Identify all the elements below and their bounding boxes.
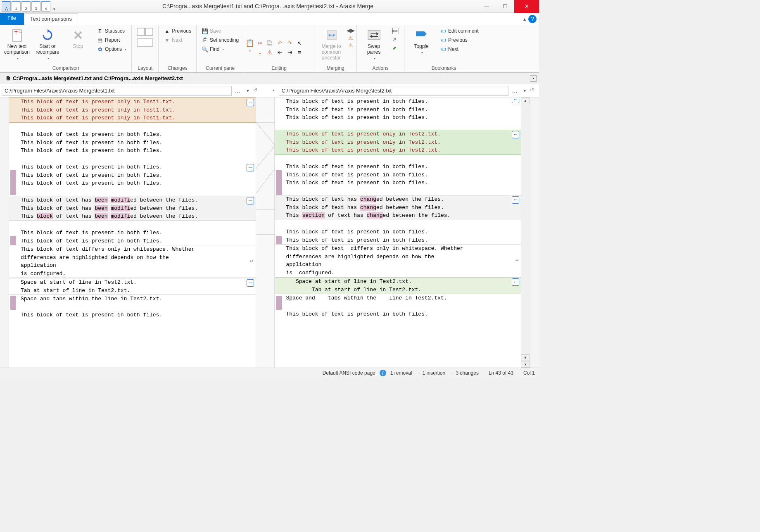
merge-warn-icon[interactable]: ⚠ xyxy=(347,34,354,41)
quick-access-toolbar: ⋀ 1 2 3 4 ▾ xyxy=(0,1,59,12)
left-path-history-icon[interactable]: ↺ xyxy=(253,87,261,95)
xml-action-button[interactable]: XML xyxy=(390,27,401,35)
right-pane[interactable]: ← This block of text is present in both … xyxy=(275,97,521,368)
encoding-icon: É xyxy=(202,37,208,43)
window-title: C:\Progra...axis Merge\test1.txt and C:\… xyxy=(59,3,477,10)
gear-icon: ✿ xyxy=(97,46,103,52)
qat-app-icon[interactable]: ⋀ xyxy=(2,1,11,12)
cursor-icon[interactable]: ↖ xyxy=(296,40,303,46)
set-encoding-button[interactable]: ÉSet encoding xyxy=(199,36,241,44)
right-path-browse[interactable]: … xyxy=(510,88,520,94)
left-path-input[interactable] xyxy=(2,86,232,96)
code-line: This block of text is present only in Te… xyxy=(275,130,521,138)
tab-text-comparisons[interactable]: Text comparisons xyxy=(24,13,78,25)
merge-warn2-icon[interactable]: ⚠ xyxy=(347,42,354,48)
code-line: This block of text differs only in white… xyxy=(275,245,521,253)
action-right-icon[interactable]: ↗ xyxy=(390,36,401,43)
bookmark-previous-button[interactable]: 🏷Previous xyxy=(437,36,481,44)
bookmark-toggle-button[interactable]: Toggle xyxy=(407,27,436,56)
statistics-button[interactable]: ΣStatistics xyxy=(94,27,129,35)
code-line xyxy=(9,123,256,131)
ribbon-group-changes: ▲Previous ▼Next Changes xyxy=(159,25,197,72)
status-bar: Default ANSI code page i 1 removal 1 ins… xyxy=(0,368,539,378)
code-line: This block of text has been modified bet… xyxy=(9,196,256,204)
qat-item-1[interactable]: 1 xyxy=(12,1,21,12)
next-change-button[interactable]: ▼Next xyxy=(161,36,194,44)
code-line xyxy=(9,221,256,229)
collapse-ribbon-icon[interactable]: ▴ xyxy=(523,16,526,22)
qat-dropdown[interactable]: ▾ xyxy=(51,1,57,12)
status-insertions: 1 insertion xyxy=(416,370,445,376)
group-label-actions: Actions xyxy=(359,64,401,72)
merge-mode1-icon[interactable]: ◀▶ xyxy=(347,27,354,33)
redo-icon[interactable]: ↷ xyxy=(286,40,293,46)
code-line xyxy=(275,187,521,195)
swap-panes-button[interactable]: Swap panes xyxy=(359,27,388,62)
dot-separator: • xyxy=(273,84,277,97)
status-changes: 3 changes xyxy=(449,370,479,376)
merge-down-icon[interactable]: ⇣ xyxy=(256,49,263,55)
conflict-icon[interactable]: ⚠ xyxy=(266,49,273,55)
qat-item-3[interactable]: 3 xyxy=(31,1,40,12)
copy-icon[interactable]: ⿻ xyxy=(266,40,273,46)
right-path-history-icon[interactable]: ↺ xyxy=(530,87,537,95)
code-line: This block of text is present in both fi… xyxy=(9,139,256,147)
left-pane[interactable]: → This block of text is present only in … xyxy=(9,97,256,368)
xml-icon: XML xyxy=(392,28,399,34)
minimize-button[interactable]: — xyxy=(477,0,496,13)
code-line: This block of text is present in both fi… xyxy=(275,310,521,318)
outdent-icon[interactable]: ⇥ xyxy=(286,49,293,55)
right-path-dropdown[interactable]: ▼ xyxy=(521,89,528,93)
comparison-tab[interactable]: 🗎 C:\Progra...axis Merge\test1.txt and C… xyxy=(2,74,186,83)
svg-rect-2 xyxy=(137,28,145,36)
bookmark-next-button[interactable]: 🏷Next xyxy=(437,45,481,53)
scroll-down-icon[interactable]: ▼ xyxy=(521,354,530,361)
right-scrollbar[interactable]: ▲ ▼ ▾ xyxy=(521,97,530,368)
previous-change-button[interactable]: ▲Previous xyxy=(161,27,194,35)
left-path-dropdown[interactable]: ▼ xyxy=(245,89,252,93)
status-encoding: Default ANSI code page xyxy=(323,370,375,376)
options-button[interactable]: ✿Options xyxy=(94,45,129,53)
code-line: This block of text is present in both fi… xyxy=(275,236,521,245)
code-line: This block of text is present in both fi… xyxy=(275,114,521,122)
action-export-icon[interactable]: ⬈ xyxy=(390,44,401,52)
layout-2col-button[interactable] xyxy=(134,27,156,37)
path-row: … ▼ ↺ • … ▼ ↺ xyxy=(0,84,539,97)
undo-icon[interactable]: ↶ xyxy=(276,40,283,46)
indent-left-icon[interactable]: ⇤ xyxy=(276,49,283,55)
layout-1col-button[interactable] xyxy=(134,38,156,48)
info-icon[interactable]: i xyxy=(380,370,386,376)
find-button[interactable]: 🔍Find xyxy=(199,45,241,53)
tab-file[interactable]: File xyxy=(0,13,24,25)
left-overview-gutter[interactable] xyxy=(0,97,9,368)
right-overview-gutter[interactable] xyxy=(530,97,539,368)
close-button[interactable]: ✕ xyxy=(514,0,539,13)
maximize-button[interactable]: ☐ xyxy=(496,0,514,13)
cut-icon[interactable]: ✂ xyxy=(256,40,263,46)
save-button[interactable]: 💾Save xyxy=(199,27,241,35)
scroll-double-down-icon[interactable]: ▾ xyxy=(521,361,530,368)
svg-rect-4 xyxy=(137,39,153,46)
code-line: This block of text has changed between t… xyxy=(275,204,521,212)
qat-item-2[interactable]: 2 xyxy=(21,1,31,12)
new-text-comparison-button[interactable]: + New text comparison xyxy=(2,27,31,62)
code-line: This block of text is present in both fi… xyxy=(275,179,521,187)
paste-icon[interactable]: 📋 xyxy=(247,40,253,46)
start-recompare-button[interactable]: Start or recompare xyxy=(33,27,62,62)
scroll-up-icon[interactable]: ▲ xyxy=(521,97,530,104)
dedent-icon[interactable]: ≡ xyxy=(296,49,303,55)
comparison-tab-dropdown[interactable]: ▾ xyxy=(530,75,537,82)
qat-item-4[interactable]: 4 xyxy=(41,1,50,12)
code-line: Tab at start of line in Test2.txt. xyxy=(275,286,521,294)
left-path-browse[interactable]: … xyxy=(233,88,243,94)
help-button[interactable]: ? xyxy=(528,15,537,23)
code-line: This block of text is present in both fi… xyxy=(275,228,521,236)
diff-area: → This block of text is present only in … xyxy=(0,97,539,368)
code-line: Space at start of line in Test2.txt. xyxy=(275,278,521,286)
bookmark-edit-comment-button[interactable]: 🏷Edit comment xyxy=(437,27,481,35)
right-path-input[interactable] xyxy=(279,86,509,96)
report-button[interactable]: ▤Report xyxy=(94,36,129,44)
merge-up-icon[interactable]: ⇡ xyxy=(247,49,253,55)
code-line: This block of text has changed between t… xyxy=(275,195,521,204)
code-line: This block of text is present in both fi… xyxy=(9,311,256,319)
